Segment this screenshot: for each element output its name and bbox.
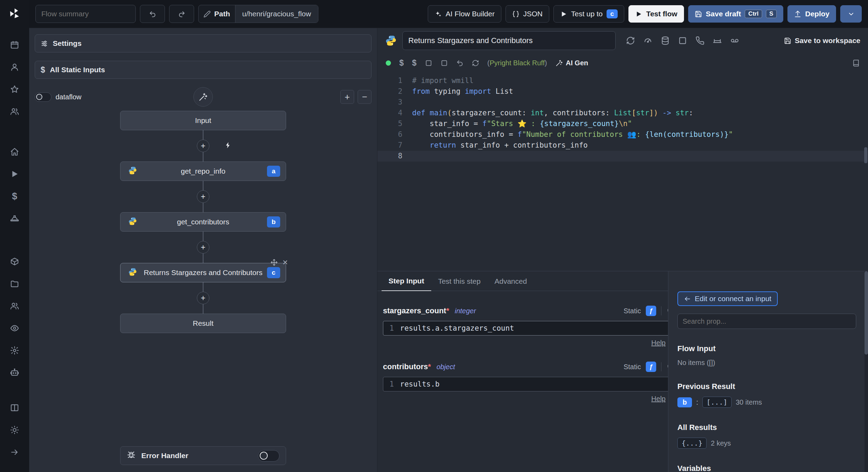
move-handle-icon[interactable] (270, 259, 278, 266)
expression-mode-toggle[interactable]: ƒ (646, 362, 656, 372)
expression-input[interactable]: 1 results.a.stargazers_count (383, 321, 668, 336)
audit-eye-icon[interactable] (7, 321, 23, 336)
reset-box-icon[interactable] (425, 59, 432, 67)
code-line[interactable]: 4def main(stargazers_count: int, contrib… (377, 108, 868, 118)
phone-trigger-icon[interactable] (695, 36, 704, 45)
app-sidebar: $ (0, 0, 29, 472)
database-icon[interactable] (661, 36, 670, 45)
error-handler-toggle[interactable] (258, 450, 279, 462)
bot-icon[interactable] (7, 365, 23, 380)
previous-result-count: 30 items (736, 398, 762, 406)
result-node[interactable]: Result (120, 314, 286, 333)
step-node-b[interactable]: get_contributors b (120, 212, 286, 232)
previous-result-collapsed-chip[interactable]: [...] (702, 397, 732, 408)
test-up-to-button[interactable]: Test up to c (553, 5, 625, 23)
all-results-collapsed-chip[interactable]: {...} (677, 438, 707, 449)
user-group-icon[interactable] (7, 299, 23, 313)
workers-icon[interactable] (7, 211, 23, 226)
redo-button[interactable] (169, 5, 194, 23)
editor-header: Save to workspace (377, 28, 868, 53)
docs-book-icon[interactable] (852, 59, 860, 67)
all-static-inputs-button[interactable]: $ All Static Inputs (35, 61, 372, 79)
settings-gear-icon[interactable] (7, 343, 23, 358)
json-button[interactable]: JSON (506, 5, 549, 23)
edge-connector: + (120, 130, 286, 162)
resource-picker-icon[interactable]: $ (412, 58, 417, 68)
error-handler-node[interactable]: Error Handler (120, 446, 286, 465)
box-icon[interactable] (678, 36, 687, 45)
help-link[interactable]: Help (651, 339, 666, 347)
code-line[interactable]: 7 return star_info + contributors_info (377, 140, 868, 151)
layout-columns-icon[interactable] (7, 400, 23, 415)
code-line[interactable]: 5 star_info = f"Stars ⭐ : {stargazers_co… (377, 118, 868, 129)
step-node-c-selected[interactable]: × Returns Stargazers and Contributors c (120, 263, 286, 282)
code-line[interactable]: 1# import wmill (377, 75, 868, 86)
folders-icon[interactable] (7, 276, 23, 291)
zoom-out-button[interactable]: − (358, 90, 372, 104)
dataflow-label: dataflow (56, 93, 82, 101)
add-step-button[interactable]: + (197, 190, 209, 203)
deploy-button[interactable]: Deploy (787, 5, 836, 23)
tab-advanced[interactable]: Advanced (487, 277, 534, 291)
undo-button[interactable] (140, 5, 165, 23)
history-cycle-icon[interactable] (626, 36, 635, 45)
tab-test-this-step[interactable]: Test this step (431, 277, 488, 291)
search-prop-input[interactable] (677, 314, 856, 329)
reload-icon[interactable] (472, 59, 479, 67)
flow-graph-panel: Settings $ All Static Inputs dataflow + … (29, 28, 377, 472)
package-box-icon[interactable] (441, 59, 448, 67)
add-step-button[interactable]: + (197, 292, 209, 304)
collapse-sidebar-icon[interactable] (7, 445, 23, 459)
line-number: 1 (383, 380, 400, 388)
performance-gauge-icon[interactable] (643, 36, 652, 45)
ai-wand-button[interactable] (193, 87, 213, 107)
windmill-logo-icon[interactable] (7, 6, 23, 21)
zoom-in-button[interactable]: + (340, 90, 354, 104)
trigger-bolt-icon[interactable] (225, 142, 232, 150)
theme-sun-icon[interactable] (7, 423, 23, 437)
deploy-more-button[interactable] (840, 5, 862, 23)
voicemail-icon[interactable] (730, 36, 739, 45)
user-icon[interactable] (7, 60, 23, 74)
path-field[interactable]: Path u/henri/gracious_flow (198, 5, 318, 23)
bench-icon[interactable] (713, 36, 722, 45)
python-icon (128, 217, 137, 227)
code-line[interactable]: 8 (377, 151, 868, 162)
flow-summary-input[interactable] (35, 5, 136, 23)
test-flow-button[interactable]: Test flow (628, 5, 684, 23)
home-icon[interactable] (7, 144, 23, 159)
step-title-input[interactable] (402, 31, 616, 50)
step-node-a[interactable]: get_repo_info a (120, 162, 286, 181)
editor-scrollbar-thumb[interactable] (864, 147, 867, 163)
favorites-star-icon[interactable] (7, 82, 23, 97)
tab-step-input[interactable]: Step Input (382, 277, 431, 291)
expression-input[interactable]: 1 results.b (383, 377, 668, 391)
ai-flow-builder-button[interactable]: AI Flow Builder (428, 5, 501, 23)
schedules-icon[interactable] (7, 38, 23, 52)
edit-or-connect-input-button[interactable]: Edit or connect an input (677, 291, 778, 306)
undo-icon[interactable] (456, 59, 464, 67)
add-step-button[interactable]: + (197, 140, 209, 152)
add-step-button[interactable]: + (197, 241, 209, 254)
save-draft-button[interactable]: Save draft Ctrl S (688, 5, 783, 23)
windmill-flow-builder: $ Path u/henri/gracious_flow (0, 0, 868, 472)
runs-icon[interactable] (7, 167, 23, 181)
variables-icon[interactable]: $ (7, 189, 23, 204)
expression-mode-toggle[interactable]: ƒ (646, 306, 656, 316)
help-link[interactable]: Help (651, 395, 666, 403)
code-line[interactable]: 6 contributors_info = f"Number of contri… (377, 129, 868, 140)
input-node[interactable]: Input (120, 111, 286, 130)
resources-icon[interactable] (7, 254, 23, 269)
delete-step-icon[interactable]: × (283, 258, 288, 267)
flow-settings-button[interactable]: Settings (35, 34, 372, 52)
code-line[interactable]: 3 (377, 97, 868, 108)
groups-icon[interactable] (7, 104, 23, 119)
props-scrollbar-thumb[interactable] (865, 271, 868, 355)
ai-gen-button[interactable]: AI Gen (556, 59, 588, 67)
variable-picker-icon[interactable]: $ (399, 58, 404, 68)
save-to-workspace-button[interactable]: Save to workspace (784, 36, 860, 45)
dataflow-toggle[interactable] (35, 92, 51, 102)
previous-result-step-badge[interactable]: b (677, 397, 692, 407)
code-editor[interactable]: 1# import wmill2from typing import List3… (377, 73, 868, 271)
code-line[interactable]: 2from typing import List (377, 86, 868, 97)
